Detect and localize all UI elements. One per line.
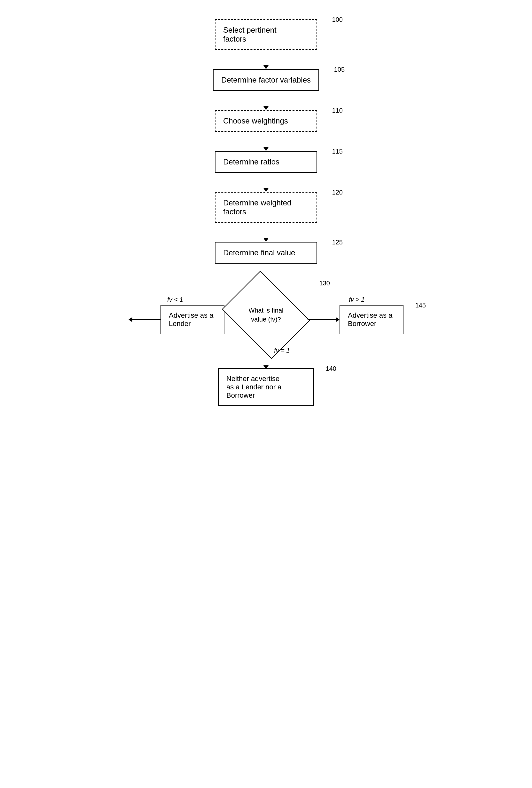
box-borrower: Advertise as a Borrower	[340, 305, 404, 334]
box-lender: Advertise as a Lender	[161, 305, 224, 334]
node-130-label: What is final value (fv)?	[246, 303, 287, 327]
arrow-100-105	[263, 50, 269, 69]
node-100-ref: 100	[332, 16, 343, 23]
arrow-105-110	[263, 91, 269, 110]
box-final-value: Determine final value	[215, 242, 317, 263]
node-140: Neither advertise as a Lender nor a Borr…	[218, 368, 314, 406]
arrow-110-115	[263, 132, 269, 151]
node-130-ref: 130	[320, 280, 330, 287]
node-100-label: Select pertinent factors	[223, 25, 277, 43]
node-135: Advertise as a Lender 135	[161, 305, 224, 334]
node-100: Select pertinent factors 100	[215, 19, 317, 50]
node-115-label: Determine ratios	[223, 157, 280, 166]
node-135-label: Advertise as a Lender	[169, 311, 213, 328]
node-120-label: Determine weighted factors	[223, 198, 291, 216]
node-145-label: Advertise as a Borrower	[348, 311, 392, 328]
fv-greater-label: fv > 1	[349, 296, 365, 303]
fv-less-label: fv < 1	[167, 296, 183, 303]
box-select-pertinent: Select pertinent factors	[215, 19, 317, 50]
arrow-120-125	[263, 223, 269, 242]
node-105: Determine factor variables 105	[213, 69, 319, 91]
node-105-label: Determine factor variables	[221, 76, 311, 84]
node-145: Advertise as a Borrower 145	[340, 305, 404, 334]
node-130-diamond: What is final value (fv)?	[224, 283, 308, 347]
node-140-ref: 140	[326, 365, 336, 372]
arrow-right-head	[336, 317, 340, 322]
node-115: Determine ratios 115	[215, 151, 317, 173]
node-140-label: Neither advertise as a Lender nor a Borr…	[226, 375, 281, 399]
box-factor-variables: Determine factor variables	[213, 69, 319, 91]
node-125: Determine final value 125	[215, 242, 317, 263]
node-105-ref: 105	[334, 66, 345, 73]
node-120-ref: 120	[332, 189, 343, 196]
node-125-label: Determine final value	[223, 248, 295, 257]
node-125-ref: 125	[332, 239, 343, 246]
box-weightings: Choose weightings	[215, 110, 317, 132]
box-neither: Neither advertise as a Lender nor a Borr…	[218, 368, 314, 406]
node-110-ref: 110	[332, 107, 343, 114]
right-side: fv > 1 Advertise as a Borrower 145	[308, 295, 404, 334]
arrow-115-120	[263, 173, 269, 192]
box-ratios: Determine ratios	[215, 151, 317, 173]
decision-row: fv < 1 Advertise as a Lender 135	[122, 283, 410, 347]
arrow-left-head	[128, 317, 132, 322]
flowchart: Select pertinent factors 100 Determine f…	[122, 13, 410, 775]
box-weighted-factors: Determine weighted factors	[215, 192, 317, 223]
node-110: Choose weightings 110	[215, 110, 317, 132]
arrow-left-line	[132, 319, 161, 320]
left-side: fv < 1 Advertise as a Lender 135	[128, 295, 224, 334]
node-120: Determine weighted factors 120	[215, 192, 317, 223]
node-110-label: Choose weightings	[223, 116, 288, 125]
node-115-ref: 115	[332, 148, 343, 155]
arrow-right-line	[308, 319, 336, 320]
node-145-ref: 145	[415, 302, 426, 309]
fv-equals-label: fv = 1	[274, 347, 290, 354]
